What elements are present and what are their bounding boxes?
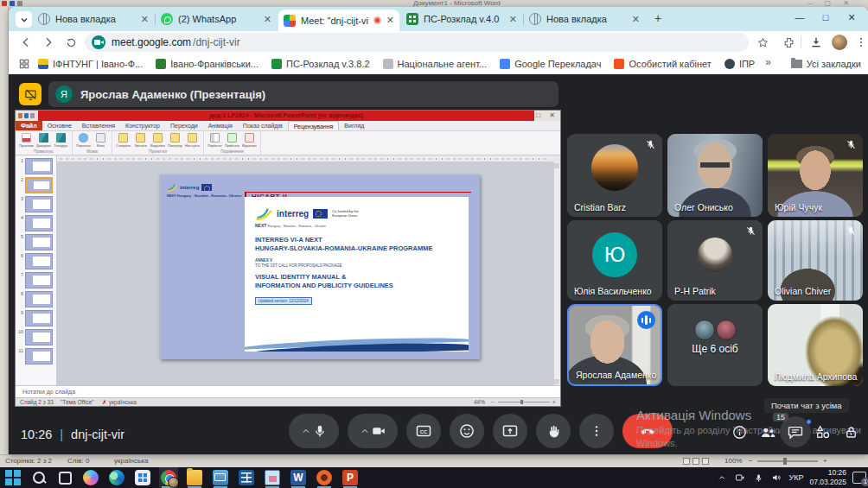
- activities-button[interactable]: [813, 421, 833, 442]
- taskbar-start-button[interactable]: [3, 467, 22, 488]
- participant-tile[interactable]: ЮЮлія Васильченко: [567, 220, 662, 301]
- word-zoom-in[interactable]: +: [823, 457, 827, 465]
- present-screen-button[interactable]: [493, 414, 527, 448]
- ribbon-tab-4[interactable]: Переходи: [165, 121, 203, 130]
- ribbon-button[interactable]: Наступна: [185, 133, 200, 148]
- word-zoom-out[interactable]: −: [749, 457, 753, 465]
- ribbon-button[interactable]: Правопис: [19, 133, 34, 148]
- hidden-icons-chevron[interactable]: [716, 472, 728, 484]
- url-bar[interactable]: meet.google.com/dnj-cijt-vir: [85, 33, 749, 52]
- word-zoom-slider[interactable]: [757, 460, 818, 462]
- meet-tray-icon[interactable]: [734, 472, 746, 484]
- reload-button[interactable]: [62, 34, 80, 51]
- taskbar-orange-button[interactable]: [315, 467, 334, 488]
- camera-button[interactable]: [348, 414, 398, 448]
- taskbar-search-button[interactable]: [29, 467, 48, 488]
- forward-button[interactable]: [40, 34, 57, 51]
- close-icon[interactable]: ✕: [509, 14, 517, 25]
- mic-button[interactable]: [289, 414, 339, 448]
- chevron-up-icon[interactable]: [301, 426, 311, 436]
- language-indicator[interactable]: УКР: [788, 473, 803, 482]
- slide-thumbnail[interactable]: 10: [17, 329, 54, 345]
- participant-tile[interactable]: Olivian Chiver: [768, 220, 863, 301]
- menu-kebab-icon[interactable]: [852, 34, 868, 51]
- speaker-icon[interactable]: [770, 472, 782, 484]
- slide-thumbnail[interactable]: 1: [17, 158, 54, 174]
- minimize-button[interactable]: —: [792, 10, 807, 26]
- ribbon-tab-6[interactable]: Показ слайдів: [238, 121, 288, 130]
- slide-thumbnail[interactable]: 9: [17, 310, 54, 326]
- bookmark-item[interactable]: Національне агент...: [383, 59, 488, 69]
- taskbar-chrome-button[interactable]: [159, 467, 178, 488]
- tab-meet-active[interactable]: Meet: "dnj-cijt-vir" ✕: [278, 10, 399, 31]
- download-icon[interactable]: [807, 34, 825, 51]
- ribbon-button[interactable]: Тезаурус: [54, 133, 68, 148]
- bookmarks-overflow-button[interactable]: »: [765, 56, 771, 68]
- ppt-zoom-thumb[interactable]: [520, 400, 523, 404]
- maximize-button[interactable]: □: [818, 10, 833, 26]
- ribbon-button[interactable]: Видалити: [150, 133, 165, 148]
- tab-new-tab-2[interactable]: Нова вкладка ✕: [524, 7, 645, 31]
- slide-thumbnail[interactable]: 11: [17, 348, 54, 364]
- close-icon[interactable]: ✕: [264, 14, 271, 25]
- slide-thumbnail[interactable]: 5: [17, 234, 54, 250]
- ribbon-button[interactable]: Змінити: [133, 133, 148, 148]
- close-icon[interactable]: ✕: [141, 14, 149, 25]
- meeting-details-button[interactable]: [729, 421, 750, 442]
- participant-tile[interactable]: P-H Patrik: [667, 220, 763, 301]
- clock[interactable]: 10:26 07.03.2025: [809, 468, 846, 486]
- slide-thumbnail[interactable]: 3: [17, 196, 54, 212]
- new-tab-button[interactable]: +: [650, 11, 666, 27]
- tab-new-tab-1[interactable]: Нова вкладка ✕: [33, 7, 154, 31]
- zoom-out[interactable]: −: [491, 398, 495, 406]
- close-icon[interactable]: ✕: [386, 15, 394, 26]
- tab-whatsapp[interactable]: (2) WhatsApp ✕: [156, 7, 277, 31]
- close-icon[interactable]: ✕: [632, 14, 640, 25]
- taskbar-word-button[interactable]: [289, 467, 308, 488]
- word-view-icon[interactable]: [692, 458, 699, 465]
- word-window-controls[interactable]: – ▢ ✕: [808, 0, 854, 7]
- chat-button[interactable]: [785, 421, 806, 442]
- ppt-window-controls[interactable]: – □ ✕: [524, 111, 558, 121]
- participant-tile[interactable]: Ще 6 осіб: [667, 304, 763, 386]
- chevron-up-icon[interactable]: [360, 426, 370, 436]
- notification-center-icon[interactable]: 1: [852, 472, 866, 484]
- bookmark-item[interactable]: ІПР Викладача: [724, 59, 756, 69]
- taskbar-copilot-button[interactable]: [81, 467, 100, 488]
- taskbar-calc-button[interactable]: [237, 467, 256, 488]
- captions-button[interactable]: CC: [406, 414, 441, 448]
- more-options-button[interactable]: [579, 414, 614, 448]
- slide-thumbnail[interactable]: 8: [17, 291, 54, 307]
- participant-tile[interactable]: Cristian Barz: [567, 134, 662, 217]
- scroll-down-icon[interactable]: [554, 379, 559, 384]
- taskbar-taskview-button[interactable]: [55, 467, 74, 488]
- bookmark-item[interactable]: Google Перекладач: [500, 59, 601, 69]
- bookmark-star-icon[interactable]: [754, 34, 771, 51]
- zoom-in[interactable]: +: [552, 398, 556, 406]
- taskbar-mail-button[interactable]: [211, 467, 230, 488]
- host-controls-button[interactable]: [840, 421, 861, 442]
- extensions-icon[interactable]: [780, 34, 797, 51]
- taskbar-ppt-button[interactable]: [341, 467, 360, 488]
- ribbon-tab-0[interactable]: Файл: [16, 121, 42, 130]
- bookmark-item[interactable]: Особистий кабінет: [614, 59, 711, 69]
- slide-thumbnail[interactable]: 6: [17, 253, 54, 269]
- participant-tile[interactable]: Юрій Чучук: [768, 134, 863, 217]
- bookmark-item[interactable]: Івано-Франківськи...: [156, 59, 258, 69]
- people-button[interactable]: [757, 421, 778, 442]
- stop-presenting-button[interactable]: [19, 83, 41, 105]
- profile-avatar[interactable]: [832, 35, 847, 50]
- taskbar-floppy-button[interactable]: [263, 467, 282, 488]
- apps-grid-icon[interactable]: [16, 55, 33, 73]
- participant-tile[interactable]: Ярослав Адаменко: [567, 304, 662, 386]
- ribbon-button[interactable]: Порівняти: [207, 133, 222, 148]
- tab-ps-rozklad[interactable]: ПС-Розклад v.4.0 ✕: [401, 7, 522, 31]
- ribbon-button[interactable]: Попередня: [168, 133, 182, 148]
- bookmark-item[interactable]: ІФНТУНГ | Івано-Ф...: [38, 59, 143, 69]
- ribbon-button[interactable]: Створити примітку: [116, 133, 131, 148]
- ribbon-button[interactable]: Відхилити: [242, 133, 257, 148]
- ribbon-tab-3[interactable]: Конструктор: [120, 121, 165, 130]
- microphone-tray-icon[interactable]: [752, 472, 764, 484]
- raise-hand-button[interactable]: [536, 414, 571, 448]
- ppt-scrollbar[interactable]: [553, 162, 560, 385]
